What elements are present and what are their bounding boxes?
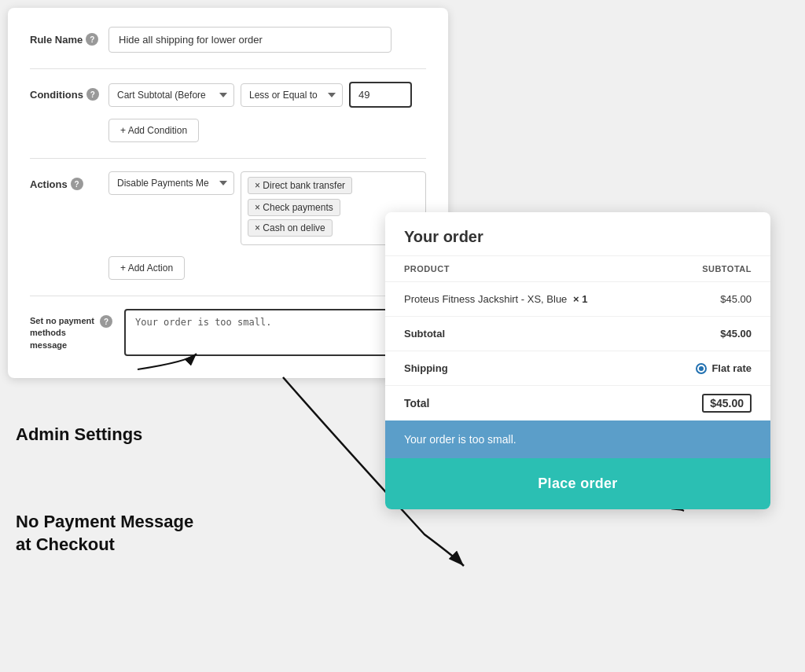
checkout-table: PRODUCT SUBTOTAL Proteus Fitness Jackshi… bbox=[385, 256, 770, 420]
message-textarea[interactable]: Your order is too small. bbox=[124, 309, 426, 356]
actions-label: Actions ? bbox=[30, 171, 108, 190]
rule-name-label: Rule Name ? bbox=[30, 27, 108, 46]
checkout-title: Your order bbox=[385, 212, 770, 256]
conditions-row: Conditions ? Cart Subtotal (Before Less … bbox=[30, 82, 426, 142]
subtotal-col-header: SUBTOTAL bbox=[656, 256, 770, 282]
subtotal-label-cell: Subtotal bbox=[385, 317, 656, 351]
condition-value-input[interactable] bbox=[349, 82, 412, 108]
condition-operator-select[interactable]: Less or Equal to bbox=[241, 83, 343, 107]
shipping-value-cell: Flat rate bbox=[656, 351, 770, 386]
actions-row: Actions ? Disable Payments Me × Direct b… bbox=[30, 171, 426, 280]
product-row: Proteus Fitness Jackshirt - XS, Blue × 1… bbox=[385, 282, 770, 317]
add-condition-button[interactable]: + Add Condition bbox=[108, 119, 199, 142]
add-action-button[interactable]: + Add Action bbox=[108, 256, 185, 280]
flat-rate-radio[interactable] bbox=[696, 363, 707, 374]
rule-name-content bbox=[108, 27, 426, 53]
total-label-cell: Total bbox=[385, 386, 656, 421]
tag-check-payments[interactable]: × Check payments bbox=[248, 199, 340, 216]
flat-rate-container: Flat rate bbox=[675, 362, 752, 374]
place-order-button[interactable]: Place order bbox=[385, 458, 770, 509]
no-payment-message-label: No Payment Messageat Checkout bbox=[16, 511, 193, 556]
subtotal-row: Subtotal $45.00 bbox=[385, 317, 770, 351]
rule-name-input[interactable] bbox=[108, 27, 391, 53]
conditions-label: Conditions ? bbox=[30, 82, 108, 101]
total-row: Total $45.00 bbox=[385, 386, 770, 421]
shipping-row: Shipping Flat rate bbox=[385, 351, 770, 386]
message-label-wrapper: Set no payment methods message ? bbox=[30, 309, 124, 351]
admin-settings-label: Admin Settings bbox=[16, 424, 142, 445]
cart-subtotal-select[interactable]: Cart Subtotal (Before bbox=[108, 83, 234, 107]
condition-row: Cart Subtotal (Before Less or Equal to bbox=[108, 82, 426, 108]
actions-method-select[interactable]: Disable Payments Me bbox=[108, 171, 234, 195]
conditions-content: Cart Subtotal (Before Less or Equal to +… bbox=[108, 82, 426, 142]
checkout-panel: Your order PRODUCT SUBTOTAL Proteus Fitn… bbox=[385, 212, 770, 509]
radio-inner bbox=[699, 366, 704, 371]
tag-cash-delivery[interactable]: × Cash on delive bbox=[248, 219, 333, 237]
actions-help-icon[interactable]: ? bbox=[71, 178, 83, 190]
rule-name-help-icon[interactable]: ? bbox=[86, 33, 98, 46]
subtotal-value-cell: $45.00 bbox=[656, 317, 770, 351]
shipping-label-cell: Shipping bbox=[385, 351, 656, 386]
product-col-header: PRODUCT bbox=[385, 256, 656, 282]
actions-inner-row: Disable Payments Me × Direct bank transf… bbox=[108, 171, 426, 245]
conditions-help-icon[interactable]: ? bbox=[86, 88, 99, 101]
total-value-cell: $45.00 bbox=[656, 386, 770, 421]
message-label: Set no payment methods message ? bbox=[30, 315, 112, 351]
total-amount-box: $45.00 bbox=[702, 394, 752, 413]
message-banner: Your order is too small. bbox=[385, 420, 770, 458]
admin-panel: Rule Name ? Conditions ? Cart Subtotal (… bbox=[8, 8, 448, 378]
message-row: Set no payment methods message ? Your or… bbox=[30, 309, 426, 356]
product-name-cell: Proteus Fitness Jackshirt - XS, Blue × 1 bbox=[385, 282, 656, 317]
rule-name-row: Rule Name ? bbox=[30, 27, 426, 53]
product-price-cell: $45.00 bbox=[656, 282, 770, 317]
flat-rate-label: Flat rate bbox=[711, 362, 752, 374]
tag-bank-transfer[interactable]: × Direct bank transfer bbox=[248, 177, 352, 194]
actions-content: Disable Payments Me × Direct bank transf… bbox=[108, 171, 426, 280]
table-header-row: PRODUCT SUBTOTAL bbox=[385, 256, 770, 282]
message-help-icon[interactable]: ? bbox=[100, 315, 112, 328]
tags-row-1: × Direct bank transfer × Check payments bbox=[248, 177, 419, 216]
